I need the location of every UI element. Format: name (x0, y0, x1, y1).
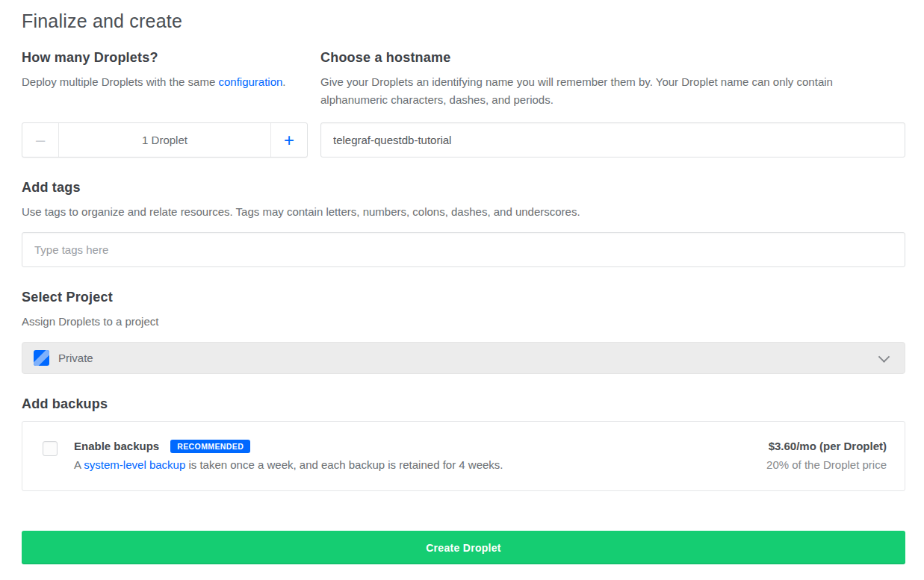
backups-pricing: $3.60/mo (per Droplet) 20% of the Drople… (751, 440, 887, 471)
backups-price-note: 20% of the Droplet price (766, 458, 887, 471)
project-section: Select Project Assign Droplets to a proj… (22, 290, 905, 374)
project-description: Assign Droplets to a project (22, 313, 905, 331)
minus-icon: – (36, 131, 45, 150)
decrement-button[interactable]: – (22, 123, 59, 157)
tags-heading: Add tags (22, 180, 905, 196)
increment-button[interactable]: + (270, 123, 307, 157)
backups-description-prefix: A (74, 458, 84, 471)
hostname-heading: Choose a hostname (320, 50, 905, 66)
droplet-count-stepper: – 1 Droplet + (22, 122, 308, 158)
droplet-count-description-period: . (282, 75, 285, 88)
hostname-input[interactable] (320, 122, 905, 158)
project-icon (34, 350, 49, 366)
project-select[interactable]: Private (22, 342, 905, 374)
create-droplet-button[interactable]: Create Droplet (22, 531, 905, 564)
project-heading: Select Project (22, 290, 905, 305)
droplet-count-heading: How many Droplets? (22, 50, 308, 66)
enable-backups-checkbox[interactable] (43, 441, 58, 456)
droplet-count-description-text: Deploy multiple Droplets with the same (22, 75, 218, 88)
hostname-section: Choose a hostname Give your Droplets an … (320, 50, 905, 158)
backups-description: A system-level backup is taken once a we… (74, 458, 751, 471)
hostname-field-row (320, 122, 905, 158)
enable-backups-label: Enable backups (74, 440, 159, 452)
backups-heading: Add backups (22, 396, 905, 412)
droplet-count-description: Deploy multiple Droplets with the same c… (22, 73, 308, 91)
quantity-stepper: – 1 Droplet + (22, 122, 308, 158)
plus-icon: + (284, 130, 294, 151)
hostname-description: Give your Droplets an identifying name y… (320, 73, 873, 109)
tags-description: Use tags to organize and relate resource… (22, 203, 905, 221)
configuration-link[interactable]: configuration (218, 75, 282, 88)
top-columns: How many Droplets? Deploy multiple Dropl… (22, 50, 905, 158)
recommended-badge: RECOMMENDED (170, 440, 250, 453)
backups-description-suffix: is taken once a week, and each backup is… (185, 458, 503, 471)
backups-price: $3.60/mo (per Droplet) (766, 440, 887, 452)
project-selected-option: Private (58, 352, 93, 364)
tags-input[interactable] (22, 232, 905, 267)
chevron-down-icon (880, 354, 888, 362)
backups-card: Enable backups RECOMMENDED A system-leve… (22, 421, 905, 491)
droplet-count-value: 1 Droplet (59, 123, 270, 157)
droplet-count-section: How many Droplets? Deploy multiple Dropl… (22, 50, 308, 158)
finalize-and-create-page: Finalize and create How many Droplets? D… (0, 0, 924, 564)
backups-label-row: Enable backups RECOMMENDED (74, 440, 751, 453)
backups-text: Enable backups RECOMMENDED A system-leve… (74, 440, 751, 471)
tags-section: Add tags Use tags to organize and relate… (22, 180, 905, 267)
system-level-backup-link[interactable]: system-level backup (84, 458, 185, 471)
page-title: Finalize and create (22, 10, 905, 32)
backups-section: Add backups Enable backups RECOMMENDED A… (22, 396, 905, 491)
